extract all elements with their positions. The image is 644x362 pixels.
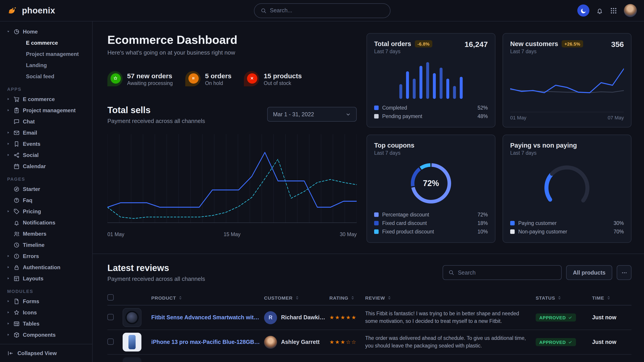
page-title: Ecommerce Dashboard bbox=[108, 33, 357, 47]
column-header-time[interactable]: TIME bbox=[592, 295, 632, 300]
sidebar-item-notifications[interactable]: Notifications bbox=[6, 217, 88, 228]
navbar-search[interactable] bbox=[254, 3, 390, 18]
column-header-review[interactable]: REVIEW bbox=[365, 295, 536, 300]
bell-icon bbox=[14, 219, 20, 226]
stat-caption: On hold bbox=[205, 80, 231, 86]
product-thumbnail bbox=[122, 333, 142, 352]
sidebar-item-starter[interactable]: Starter bbox=[6, 183, 88, 195]
sidebar-item-label: Chat bbox=[23, 118, 35, 125]
caret-right-icon bbox=[6, 254, 10, 258]
sidebar-item-e-commerce[interactable]: E commerce bbox=[6, 93, 88, 105]
sidebar-item-members[interactable]: Members bbox=[6, 228, 88, 239]
dashboard-top-section: Ecommerce Dashboard Here's what's going … bbox=[93, 21, 644, 254]
sidebar-item-pricing[interactable]: Pricing bbox=[6, 206, 88, 217]
stat-text: 15 productsOut of stock bbox=[264, 72, 302, 86]
column-label: CUSTOMER bbox=[264, 295, 293, 300]
reviews-table-header: PRODUCT CUSTOMER RATING REVIEW bbox=[108, 290, 632, 306]
all-products-button[interactable]: All products bbox=[566, 265, 612, 280]
notifications-button[interactable] bbox=[596, 7, 603, 14]
legend-swatch bbox=[374, 105, 378, 110]
legend-label: Paying customer bbox=[518, 220, 556, 226]
sidebar-item-faq[interactable]: Faq bbox=[6, 195, 88, 206]
column-header-customer[interactable]: CUSTOMER bbox=[264, 295, 330, 300]
calendar-icon bbox=[14, 163, 20, 169]
sidebar-item-forms[interactable]: Forms bbox=[6, 296, 88, 307]
sidebar-item-landing[interactable]: Landing bbox=[6, 59, 88, 71]
sort-icon bbox=[178, 295, 183, 300]
caret-spacer bbox=[6, 198, 10, 202]
legend-swatch bbox=[374, 229, 378, 234]
legend-item: Percentage discount72% bbox=[374, 210, 488, 219]
sidebar-item-label: Notifications bbox=[23, 219, 55, 226]
customer-cell: Ashley Garrett bbox=[264, 336, 330, 349]
sidebar-item-components[interactable]: Components bbox=[6, 329, 88, 340]
rating-stars: ★★★☆☆ bbox=[330, 339, 365, 345]
collapsed-view-toggle[interactable]: Collapsed View bbox=[0, 344, 92, 362]
sidebar-item-errors[interactable]: Errors bbox=[6, 250, 88, 262]
x-tick-label: 07 May bbox=[608, 115, 624, 120]
total-orders-chart bbox=[398, 60, 464, 99]
column-header-product[interactable]: PRODUCT bbox=[151, 295, 264, 300]
navbar-search-input[interactable] bbox=[270, 7, 384, 14]
caret-spacer bbox=[6, 220, 10, 225]
sidebar-item-icons[interactable]: Icons bbox=[6, 307, 88, 318]
sidebar-item-social[interactable]: Social bbox=[6, 149, 88, 161]
sidebar-item-home[interactable]: Home bbox=[6, 26, 88, 37]
product-thumbnail bbox=[122, 308, 142, 327]
layout-icon bbox=[14, 275, 20, 282]
reviews-search-input[interactable] bbox=[458, 269, 556, 276]
column-header-status[interactable]: STATUS bbox=[536, 295, 592, 300]
brand[interactable]: phoenix bbox=[7, 5, 55, 16]
legend-swatch bbox=[510, 221, 515, 225]
chevron-down-icon bbox=[346, 112, 351, 117]
sidebar-item-e-commerce[interactable]: E commerce bbox=[6, 37, 88, 48]
sidebar-section-label: APPS bbox=[7, 87, 88, 92]
legend-swatch bbox=[374, 114, 378, 118]
legend-value: 52% bbox=[478, 105, 488, 110]
caret-right-icon bbox=[6, 209, 10, 213]
sidebar-item-calendar[interactable]: Calendar bbox=[6, 161, 88, 172]
sidebar-item-layouts[interactable]: Layouts bbox=[6, 273, 88, 284]
clock-icon bbox=[14, 242, 20, 248]
caret-right-icon bbox=[6, 310, 10, 314]
sidebar-item-email[interactable]: Email bbox=[6, 127, 88, 138]
sidebar-item-tables[interactable]: Tables bbox=[6, 318, 88, 329]
select-all-checkbox[interactable] bbox=[108, 294, 114, 300]
x-tick-label: 15 May bbox=[224, 232, 240, 237]
status-label: APPROVED bbox=[539, 315, 566, 320]
box-icon bbox=[14, 332, 20, 338]
user-avatar[interactable] bbox=[624, 4, 637, 17]
table-icon bbox=[14, 321, 20, 327]
sidebar-item-authentication[interactable]: Authentication bbox=[6, 262, 88, 273]
date-range-select[interactable]: Mar 1 - 31, 2022 bbox=[267, 107, 357, 122]
new-customers-value: 356 bbox=[611, 40, 624, 49]
sidebar-item-label: Authentication bbox=[23, 264, 60, 270]
sidebar: HomeE commerceProject managementLandingS… bbox=[0, 21, 93, 362]
compass-icon bbox=[14, 186, 20, 192]
sidebar-item-label: Members bbox=[23, 231, 46, 237]
product-link[interactable]: Fitbit Sense Advanced Smartwatch with To… bbox=[151, 314, 260, 321]
sidebar-item-timeline[interactable]: Timeline bbox=[6, 239, 88, 250]
row-checkbox[interactable] bbox=[108, 338, 114, 345]
sidebar-item-events[interactable]: Events bbox=[6, 138, 88, 149]
column-header-rating[interactable]: RATING bbox=[330, 295, 365, 300]
file-icon bbox=[14, 298, 20, 304]
caret-right-icon bbox=[6, 153, 10, 157]
reviews-search[interactable] bbox=[442, 265, 562, 280]
star-icon bbox=[110, 73, 120, 83]
sidebar-item-chat[interactable]: Chat bbox=[6, 116, 88, 127]
theme-toggle-button[interactable] bbox=[577, 4, 590, 16]
sidebar-item-project-management[interactable]: Project management bbox=[6, 48, 88, 59]
latest-reviews-section: Latest reviews Payment received across a… bbox=[93, 254, 644, 362]
stats-row: 57 new ordersAwaiting processing5 orders… bbox=[108, 71, 357, 86]
top-navbar: phoenix bbox=[0, 0, 644, 21]
sidebar-section-label: PAGES bbox=[7, 177, 88, 182]
sidebar-item-project-management[interactable]: Project management bbox=[6, 105, 88, 116]
row-checkbox[interactable] bbox=[108, 314, 114, 320]
legend-label: Completed bbox=[382, 105, 407, 110]
card-title: Total orders bbox=[374, 40, 411, 47]
product-link[interactable]: iPhone 13 pro max-Pacific Blue-128GB sto… bbox=[151, 339, 260, 345]
more-options-button[interactable] bbox=[617, 265, 632, 280]
apps-grid-button[interactable] bbox=[610, 7, 617, 14]
sidebar-item-social-feed[interactable]: Social feed bbox=[6, 71, 88, 82]
